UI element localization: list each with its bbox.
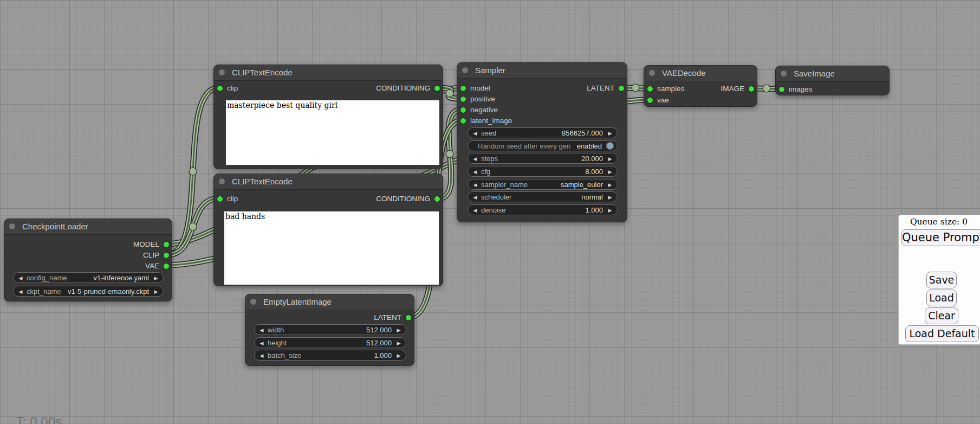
increment-arrow-icon[interactable] [152, 286, 160, 297]
increment-arrow-icon[interactable] [606, 205, 614, 216]
output-label: IMAGE [721, 83, 744, 94]
decrement-arrow-icon[interactable] [471, 179, 479, 190]
collapse-dot-icon[interactable] [462, 67, 468, 73]
positive-prompt-textarea[interactable]: masterpiece best quality girl [226, 100, 439, 165]
collapse-dot-icon[interactable] [781, 70, 787, 76]
negative-prompt-textarea[interactable]: bad hands [224, 211, 439, 285]
widget-value: 512.000 [366, 325, 392, 336]
input-port-vae[interactable] [647, 98, 653, 103]
decrement-arrow-icon[interactable] [257, 350, 266, 361]
node-title: Sampler [475, 63, 505, 78]
collapse-dot-icon[interactable] [649, 70, 655, 76]
input-port-negative[interactable] [460, 107, 466, 113]
node-title-bar[interactable]: CLIPTextEncode [214, 174, 443, 190]
output-port-image[interactable] [749, 86, 754, 92]
increment-arrow-icon[interactable] [394, 350, 403, 361]
input-port-clip[interactable] [217, 86, 223, 91]
increment-arrow-icon[interactable] [606, 128, 614, 139]
decrement-arrow-icon[interactable] [471, 166, 479, 177]
widget-denoise[interactable]: denoise 1.000 [468, 204, 618, 215]
collapse-dot-icon[interactable] [219, 69, 225, 75]
output-label: LATENT [374, 312, 401, 323]
widget-label: denoise [481, 205, 506, 216]
save-button[interactable]: Save [926, 272, 957, 288]
widget-label: ckpt_name [27, 286, 61, 297]
increment-arrow-icon[interactable] [606, 166, 614, 177]
node-checkpoint-loader[interactable]: CheckpointLoader MODEL CLIP VAE config_n… [4, 219, 172, 301]
node-save-image[interactable]: SaveImage images [775, 66, 890, 95]
collapse-dot-icon[interactable] [250, 299, 256, 305]
graph-canvas[interactable]: { "canvas": { "timer_label": "T: 0.00s" … [0, 0, 980, 424]
widget-label: width [268, 325, 284, 336]
input-port-images[interactable] [779, 87, 784, 92]
node-title-bar[interactable]: Sampler [457, 63, 627, 79]
increment-arrow-icon[interactable] [606, 153, 614, 164]
load-button[interactable]: Load [926, 290, 957, 306]
output-port-clip[interactable] [164, 253, 169, 258]
widget-value: 20.000 [581, 153, 603, 164]
widget-seed[interactable]: seed 8566257.000 [468, 127, 618, 138]
output-port-latent[interactable] [619, 86, 624, 91]
queue-prompt-button[interactable]: Queue Prompt [901, 229, 980, 246]
decrement-arrow-icon[interactable] [471, 205, 479, 216]
collapse-dot-icon[interactable] [9, 223, 15, 229]
node-title-bar[interactable]: SaveImage [776, 66, 889, 82]
output-label: LATENT [587, 83, 614, 94]
clear-button[interactable]: Clear [925, 307, 958, 324]
increment-arrow-icon[interactable] [606, 192, 614, 203]
input-port-model[interactable] [460, 86, 466, 91]
node-clip-text-encode-negative[interactable]: CLIPTextEncode clip CONDITIONING bad han… [213, 174, 443, 286]
widget-label: config_name [27, 273, 67, 284]
toggle-circle-icon[interactable] [606, 142, 614, 150]
widget-batch-size[interactable]: batch_size 1.000 [254, 350, 406, 361]
load-default-button[interactable]: Load Default [905, 325, 979, 342]
node-empty-latent-image[interactable]: EmptyLatentImage LATENT width 512.000 he… [245, 294, 414, 366]
node-vae-decode[interactable]: VAEDecode samples IMAGE vae [644, 65, 757, 107]
output-port-latent[interactable] [406, 315, 411, 320]
output-port-model[interactable] [164, 242, 169, 247]
input-port-samples[interactable] [647, 86, 653, 92]
decrement-arrow-icon[interactable] [471, 192, 479, 203]
output-port-vae[interactable] [164, 264, 169, 269]
increment-arrow-icon[interactable] [394, 338, 403, 349]
widget-scheduler[interactable]: scheduler normal [468, 191, 618, 202]
widget-random-seed-toggle[interactable]: Random seed after every gen enabled [468, 140, 618, 151]
widget-width[interactable]: width 512.000 [254, 324, 406, 335]
node-title: EmptyLatentImage [263, 294, 332, 310]
node-clip-text-encode-positive[interactable]: CLIPTextEncode clip CONDITIONING masterp… [213, 65, 443, 169]
widget-height[interactable]: height 512.000 [254, 337, 406, 348]
node-title-bar[interactable]: CLIPTextEncode [214, 65, 443, 81]
widget-label: steps [481, 153, 498, 164]
input-port-clip[interactable] [217, 196, 223, 202]
input-port-positive[interactable] [460, 97, 466, 102]
decrement-arrow-icon[interactable] [16, 273, 25, 284]
node-title: CLIPTextEncode [232, 65, 293, 80]
output-port-conditioning[interactable] [434, 86, 440, 91]
output-port-conditioning[interactable] [434, 196, 440, 202]
widget-cfg[interactable]: cfg 8.000 [468, 166, 618, 177]
widget-sampler-name[interactable]: sampler_name sample_euler [468, 179, 618, 190]
widget-value: 1.000 [585, 205, 603, 216]
node-title-bar[interactable]: VAEDecode [644, 66, 757, 81]
collapse-dot-icon[interactable] [219, 178, 225, 184]
decrement-arrow-icon[interactable] [257, 338, 266, 349]
node-title-bar[interactable]: CheckpointLoader [4, 219, 172, 235]
widget-value: 8566257.000 [562, 128, 603, 139]
input-port-latent-image[interactable] [460, 118, 466, 124]
input-label: clip [227, 194, 238, 204]
increment-arrow-icon[interactable] [152, 273, 160, 284]
increment-arrow-icon[interactable] [394, 325, 403, 336]
widget-config-name[interactable]: config_name v1-inference.yaml [13, 272, 164, 283]
decrement-arrow-icon[interactable] [257, 325, 266, 336]
node-sampler[interactable]: Sampler model LATENT positive negative l… [457, 62, 627, 222]
input-label: samples [657, 83, 684, 94]
input-label: model [470, 83, 490, 94]
input-label: negative [470, 105, 498, 115]
increment-arrow-icon[interactable] [606, 179, 614, 190]
widget-ckpt-name[interactable]: ckpt_name v1-5-pruned-emaonly.ckpt [13, 286, 164, 297]
decrement-arrow-icon[interactable] [471, 153, 479, 164]
node-title-bar[interactable]: EmptyLatentImage [245, 294, 414, 310]
widget-steps[interactable]: steps 20.000 [468, 153, 618, 164]
decrement-arrow-icon[interactable] [16, 286, 25, 297]
decrement-arrow-icon[interactable] [471, 128, 479, 139]
